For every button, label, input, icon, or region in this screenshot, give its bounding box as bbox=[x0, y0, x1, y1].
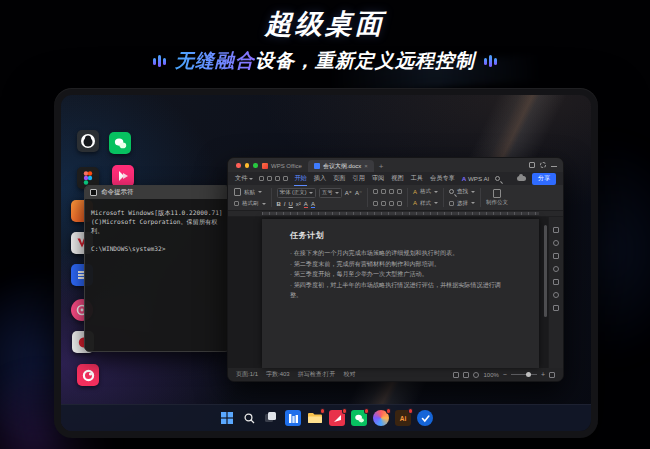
start-button[interactable] bbox=[219, 410, 235, 426]
tab-wps-home[interactable]: WPS Office bbox=[256, 160, 308, 172]
font-shrink-button[interactable]: A⁻ bbox=[355, 189, 362, 196]
find-button[interactable]: 查找 bbox=[449, 188, 475, 195]
design-app-icon[interactable] bbox=[373, 410, 389, 426]
select-button[interactable]: 选择 bbox=[449, 200, 475, 207]
list-controls[interactable] bbox=[373, 189, 402, 194]
minimize-button[interactable] bbox=[245, 163, 250, 168]
view-mode-icon[interactable] bbox=[473, 372, 479, 378]
font-size-select[interactable]: 五号 bbox=[319, 188, 342, 198]
tab-document[interactable]: 会议大纲.docx × bbox=[308, 160, 374, 172]
wps-titlebar[interactable]: WPS Office 会议大纲.docx × + bbox=[228, 158, 563, 172]
illustrator-icon[interactable]: Ai bbox=[395, 410, 411, 426]
task-view-icon[interactable] bbox=[263, 410, 279, 426]
ribbon-tab-list[interactable]: 插入页面引用审阅视图工具会员专享 bbox=[314, 174, 455, 183]
command-prompt-titlebar[interactable]: 命令提示符 bbox=[85, 186, 229, 199]
close-button[interactable] bbox=[236, 163, 241, 168]
ribbon-tab[interactable]: 页面 bbox=[333, 174, 345, 183]
maximize-button[interactable] bbox=[253, 163, 258, 168]
ribbon-tab[interactable]: 会员专享 bbox=[430, 174, 455, 183]
wps-ribbon[interactable]: 粘贴 格式刷 宋体 (正文) 五号 A⁺ A⁻ B I bbox=[228, 185, 563, 211]
window-traffic-lights[interactable] bbox=[236, 163, 258, 168]
new-tab-button[interactable]: + bbox=[379, 162, 384, 172]
edit-icon[interactable] bbox=[553, 227, 559, 233]
view-mode-icon[interactable] bbox=[463, 372, 469, 378]
wps-menubar[interactable]: 文件 开始 插入页面引用审阅视图工具会员专享 A WP bbox=[228, 172, 563, 185]
ribbon-tab[interactable]: 视图 bbox=[391, 174, 403, 183]
page-title: 超级桌面 bbox=[0, 6, 650, 42]
windows-taskbar[interactable]: Ai bbox=[61, 404, 591, 431]
restore-icon[interactable] bbox=[529, 162, 535, 168]
desktop-screen: 命令提示符 Microsoft Windows[版本11.0.22000.71]… bbox=[61, 95, 591, 431]
align-controls[interactable] bbox=[373, 201, 402, 206]
format-tool[interactable]: A格式 bbox=[413, 188, 438, 195]
tab-home[interactable]: 开始 bbox=[294, 174, 306, 183]
paste-button[interactable]: 粘贴 bbox=[234, 188, 266, 196]
check-app-icon[interactable] bbox=[417, 410, 433, 426]
subscript-button[interactable]: x² bbox=[296, 201, 301, 207]
search-icon bbox=[449, 189, 454, 194]
command-prompt-output[interactable]: Microsoft Windows[版本11.0.22000.71](C)Mic… bbox=[85, 199, 229, 262]
minimize-icon[interactable] bbox=[551, 166, 557, 167]
vertical-scrollbar[interactable] bbox=[544, 225, 547, 317]
undo-icon[interactable] bbox=[275, 176, 280, 181]
font-color-button[interactable]: A bbox=[304, 201, 308, 208]
pink-swirl-app-icon[interactable] bbox=[77, 364, 99, 386]
word-count[interactable]: 字数:403 bbox=[266, 370, 290, 379]
highlight-color-button[interactable]: A bbox=[311, 201, 315, 208]
redo-icon[interactable] bbox=[283, 176, 288, 181]
quick-access-icons[interactable] bbox=[259, 176, 288, 181]
cloud-sync-icon[interactable] bbox=[517, 176, 526, 181]
command-prompt-window[interactable]: 命令提示符 Microsoft Windows[版本11.0.22000.71]… bbox=[84, 185, 230, 352]
page-background: 超级桌面 无缝融合设备，重新定义远程控制 bbox=[0, 0, 650, 449]
spellcheck-status[interactable]: 拼写检查:打开 bbox=[298, 370, 336, 379]
file-explorer-icon[interactable] bbox=[307, 410, 323, 426]
side-toolbar[interactable] bbox=[548, 217, 563, 368]
shape-icon[interactable] bbox=[553, 253, 559, 259]
stamp-icon[interactable] bbox=[553, 266, 559, 272]
zoom-out-button[interactable]: − bbox=[503, 372, 507, 378]
font-name-select[interactable]: 宋体 (正文) bbox=[277, 188, 316, 198]
document-body[interactable]: · 在接下来的一个月内完成市场策略的详细规划和执行时间表。· 第二季度末前，完成… bbox=[290, 248, 505, 301]
zoom-level[interactable]: 100% bbox=[483, 372, 498, 378]
wechat-icon[interactable] bbox=[351, 410, 367, 426]
format-painter-button[interactable]: 格式刷 bbox=[234, 200, 266, 207]
wps-office-window[interactable]: WPS Office 会议大纲.docx × + bbox=[227, 157, 564, 382]
window-controls[interactable] bbox=[529, 162, 557, 168]
font-enlarge-button[interactable]: A⁺ bbox=[345, 189, 352, 196]
widgets-icon[interactable] bbox=[285, 410, 301, 426]
underline-button[interactable]: U bbox=[289, 201, 293, 207]
save-icon[interactable] bbox=[259, 176, 264, 181]
share-button[interactable]: 分享 bbox=[532, 173, 556, 185]
pink-video-app-icon[interactable] bbox=[112, 165, 134, 187]
tab-close-icon[interactable]: × bbox=[364, 163, 368, 169]
wechat-icon[interactable] bbox=[109, 132, 131, 154]
help-icon[interactable] bbox=[553, 292, 559, 298]
ribbon-tab[interactable]: 工具 bbox=[411, 174, 423, 183]
tab-wps-ai[interactable]: A WPS AI bbox=[462, 175, 490, 182]
github-icon[interactable] bbox=[77, 130, 99, 152]
document-page[interactable]: 任务计划 · 在接下来的一个月内完成市场策略的详细规划和执行时间表。· 第二季度… bbox=[262, 219, 539, 368]
zoom-slider[interactable] bbox=[511, 374, 537, 375]
settings-gear-icon[interactable] bbox=[540, 162, 546, 168]
export-icon[interactable] bbox=[553, 279, 559, 285]
zoom-in-button[interactable]: + bbox=[541, 372, 545, 378]
comment-icon[interactable] bbox=[553, 240, 559, 246]
more-icon[interactable] bbox=[553, 305, 559, 311]
style-tool[interactable]: A样式 bbox=[413, 200, 438, 207]
ribbon-tabs[interactable]: 开始 插入页面引用审阅视图工具会员专享 A WPS AI bbox=[294, 174, 489, 183]
ribbon-tab[interactable]: 审阅 bbox=[372, 174, 384, 183]
remote-app-icon[interactable] bbox=[329, 410, 345, 426]
fullscreen-icon[interactable] bbox=[549, 372, 555, 378]
make-official-doc-button[interactable]: 制作公文 bbox=[486, 186, 508, 209]
document-canvas[interactable]: 任务计划 · 在接下来的一个月内完成市场策略的详细规划和执行时间表。· 第二季度… bbox=[228, 217, 563, 368]
print-icon[interactable] bbox=[267, 176, 272, 181]
view-mode-icon[interactable] bbox=[453, 372, 459, 378]
file-menu[interactable]: 文件 bbox=[235, 174, 253, 183]
proofread[interactable]: 校对 bbox=[343, 370, 355, 379]
ribbon-tab[interactable]: 引用 bbox=[353, 174, 365, 183]
search-icon[interactable] bbox=[495, 176, 500, 181]
ribbon-tab[interactable]: 插入 bbox=[314, 174, 326, 183]
bold-button[interactable]: B bbox=[277, 201, 281, 207]
search-icon[interactable] bbox=[241, 410, 257, 426]
italic-button[interactable]: I bbox=[284, 201, 286, 207]
